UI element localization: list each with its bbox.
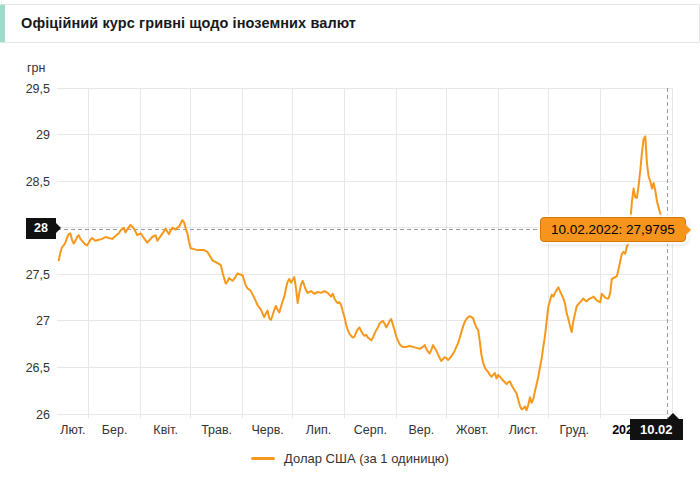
page: { "header": { "title": "Офіційний курс г… [0, 0, 700, 477]
svg-text:Трав.: Трав. [201, 423, 232, 437]
x-axis-crosshair-badge: 10.02 [630, 419, 683, 440]
y-axis-unit-label: грн [27, 61, 45, 75]
svg-text:Квіт.: Квіт. [153, 423, 178, 437]
svg-text:Лип.: Лип. [306, 423, 331, 437]
legend-label: Долар США (за 1 одиницю) [284, 451, 449, 466]
legend: Долар США (за 1 одиницю) [0, 451, 700, 466]
svg-text:Черв.: Черв. [251, 423, 283, 437]
y-axis-crosshair-badge: 28 [26, 218, 56, 239]
svg-text:Лют.: Лют. [60, 423, 85, 437]
svg-text:Вер.: Вер. [408, 423, 434, 437]
svg-text:28,5: 28,5 [26, 175, 50, 189]
svg-text:Лист.: Лист. [509, 423, 538, 437]
svg-text:26,5: 26,5 [26, 361, 50, 375]
svg-text:29: 29 [36, 128, 50, 142]
svg-text:Груд.: Груд. [560, 423, 589, 437]
usd-series-line-swatch [251, 457, 275, 460]
svg-text:27,5: 27,5 [26, 268, 50, 282]
svg-text:26: 26 [36, 408, 50, 422]
tooltip: 10.02.2022: 27,9795 [540, 217, 686, 242]
svg-text:29,5: 29,5 [26, 82, 50, 96]
svg-text:Бер.: Бер. [102, 423, 128, 437]
svg-text:Серп.: Серп. [354, 423, 387, 437]
svg-text:27: 27 [36, 314, 50, 328]
legend-item-usd[interactable]: Долар США (за 1 одиницю) [251, 451, 449, 466]
svg-text:Жовт.: Жовт. [456, 423, 489, 437]
